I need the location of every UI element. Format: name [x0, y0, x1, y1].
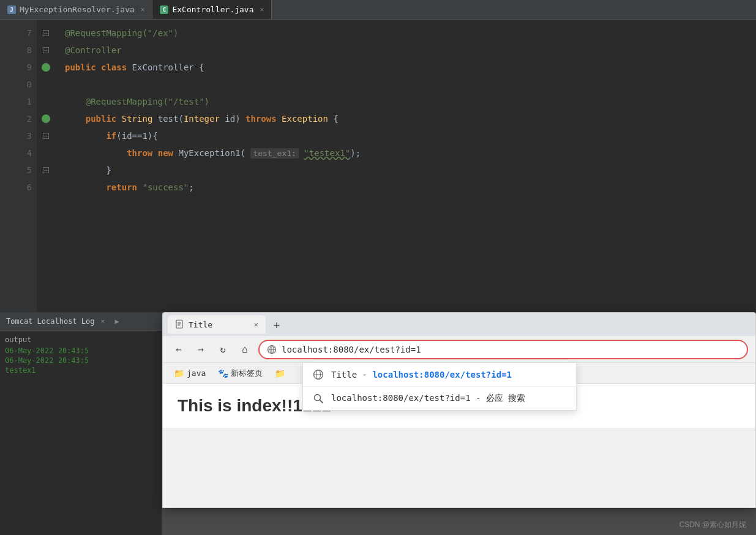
refresh-button[interactable]: ↻	[214, 341, 231, 358]
param-hint-4: test_ex1:	[250, 148, 298, 159]
svg-line-12	[320, 400, 323, 403]
browser-tab-title[interactable]: Title ✕	[168, 315, 266, 334]
type-string-2: String	[122, 114, 158, 124]
tab-excontroller[interactable]: C ExController.java ✕	[152, 0, 272, 19]
bookmark-newtab-label: 新标签页	[231, 368, 263, 379]
kw-public-2: public	[86, 114, 122, 124]
if-cond-3: (id==1){	[116, 131, 157, 141]
gutter-3: —	[43, 127, 49, 144]
breakpoint-9[interactable]	[42, 63, 50, 72]
kw-if-3: if	[106, 131, 116, 141]
suggestion-item-0[interactable]: Title - localhost:8080/ex/test?id=1	[303, 363, 576, 387]
close-paren-4: );	[350, 148, 361, 158]
log-entry-1: 06-May-2022 20:43:5	[5, 356, 157, 365]
browser-tab-bar: Title ✕ +	[163, 313, 755, 336]
log-tab-close[interactable]: ✕	[101, 317, 105, 325]
browser-tab-close[interactable]: ✕	[254, 320, 258, 329]
fold-7[interactable]: —	[43, 30, 49, 36]
exception-class-4: MyException1(	[178, 148, 250, 158]
gutter: — — — —	[37, 20, 55, 312]
log-tab-tomcat[interactable]: Tomcat Localhost Log ✕	[0, 312, 111, 330]
fold-8[interactable]: —	[43, 47, 49, 53]
kw-throw-4: throw	[127, 148, 158, 158]
suggestion-globe-icon-0	[313, 369, 324, 380]
bottom-panel: Tomcat Localhost Log ✕ ▶ output 06-May-2…	[0, 312, 756, 535]
forward-button[interactable]: →	[192, 341, 209, 358]
line-numbers: 7 8 9 0 1 2 3 4 5 6	[0, 20, 37, 312]
kw-class-9: class	[101, 62, 132, 72]
tab-excontroller-close[interactable]: ✕	[260, 6, 264, 13]
kw-public-9: public	[65, 62, 101, 72]
new-tab-button[interactable]: +	[268, 316, 285, 333]
code-line-2: public String test( Integer id) throws E…	[65, 110, 746, 127]
kw-return-6: return	[106, 182, 142, 192]
bookmark-java[interactable]: 📁 java	[170, 367, 209, 380]
code-content[interactable]: @RequestMapping("/ex") @Controller publi…	[55, 20, 756, 312]
string-success-6: "success"	[142, 182, 189, 192]
code-line-3: if (id==1){	[65, 127, 746, 144]
suggestion-dropdown: Title - localhost:8080/ex/test?id=1 loca…	[302, 363, 577, 411]
code-line-0	[65, 76, 746, 93]
browser-window: Title ✕ + ← → ↻ ⌂ localhost:8080/ex/test…	[162, 312, 756, 508]
browser-tab-label: Title	[189, 320, 212, 329]
tab-myexception-close[interactable]: ✕	[141, 6, 145, 13]
address-bar[interactable]: localhost:8080/ex/test?id=1	[258, 340, 748, 359]
fold-3[interactable]: —	[43, 133, 49, 139]
log-entry-2: testex1	[5, 366, 157, 375]
code-line-4: throw new MyException1( test_ex1: "teste…	[65, 144, 746, 162]
log-panel: Tomcat Localhost Log ✕ ▶ output 06-May-2…	[0, 312, 162, 535]
home-button[interactable]: ⌂	[236, 341, 253, 358]
brace-2: {	[333, 114, 338, 124]
tab-bar: J MyExceptionResolver.java ✕ C ExControl…	[0, 0, 756, 20]
tab-myexception-label: MyExceptionResolver.java	[20, 5, 135, 14]
gutter-9	[42, 59, 50, 76]
type-integer-2: Integer	[184, 114, 225, 124]
log-tab-bar: Tomcat Localhost Log ✕ ▶	[0, 312, 162, 331]
globe-icon	[267, 345, 277, 354]
back-button[interactable]: ←	[170, 341, 187, 358]
code-line-1: @RequestMapping("/test")	[65, 93, 746, 110]
csdn-watermark: CSDN @素心如月妮	[679, 520, 746, 530]
url-text: localhost:8080/ex/test?id=1	[282, 345, 421, 354]
code-line-5: }	[65, 162, 746, 179]
bookmark-newtab[interactable]: 🐾 新标签页	[214, 367, 266, 380]
code-line-7: @RequestMapping("/ex")	[65, 24, 746, 42]
classname-9: ExController {	[132, 62, 204, 72]
ide-editor: J MyExceptionResolver.java ✕ C ExControl…	[0, 0, 756, 312]
suggestion-text-1: localhost:8080/ex/test?id=1 - 必应 搜索	[331, 393, 525, 404]
browser-toolbar: ← → ↻ ⌂ localhost:8080/ex/test?id=1	[163, 336, 755, 363]
kw-throws-2: throws	[245, 114, 282, 124]
code-line-8: @Controller	[65, 42, 746, 59]
tab-excontroller-label: ExController.java	[172, 5, 253, 14]
browser-page-icon	[175, 320, 185, 329]
code-annotation-7: @RequestMapping("/ex")	[65, 28, 178, 38]
code-annotation-8: @Controller	[65, 45, 122, 55]
gutter-7: —	[43, 24, 49, 42]
gutter-8: —	[43, 42, 49, 59]
suggestion-search-icon-1	[313, 393, 324, 404]
suggestion-text-0: Title - localhost:8080/ex/test?id=1	[331, 370, 512, 380]
string-testex1-4: "testex1"	[304, 148, 350, 158]
baidu-icon: 🐾	[218, 369, 228, 378]
tab-myexception[interactable]: J MyExceptionResolver.java ✕	[0, 0, 152, 19]
log-content: output 06-May-2022 20:43:5 06-May-2022 2…	[0, 331, 162, 381]
java-file-icon: J	[7, 6, 16, 14]
code-line-9: public class ExController {	[65, 59, 746, 76]
log-tab-label: Tomcat Localhost Log	[6, 317, 95, 326]
breakpoint-2[interactable]	[42, 114, 50, 123]
output-label: output	[5, 335, 157, 344]
suggestion-item-1[interactable]: localhost:8080/ex/test?id=1 - 必应 搜索	[303, 387, 576, 410]
folder-icon-java: 📁	[174, 369, 184, 378]
log-expand-button[interactable]: ▶	[111, 315, 123, 327]
fold-5[interactable]: —	[43, 167, 49, 173]
bookmark-folder[interactable]: 📁	[271, 367, 289, 380]
suggestion-bold-0: localhost:8080/ex/test?id=1	[372, 370, 512, 380]
gutter-2	[42, 110, 50, 127]
kw-new-4: new	[158, 148, 179, 158]
semicolon-6: ;	[189, 182, 193, 192]
code-line-6: return "success" ;	[65, 179, 746, 196]
code-annotation-1: @RequestMapping("/test")	[86, 97, 209, 107]
code-area: 7 8 9 0 1 2 3 4 5 6 — —	[0, 20, 756, 312]
method-name-2: test(	[158, 114, 184, 124]
c-file-icon: C	[160, 6, 168, 14]
